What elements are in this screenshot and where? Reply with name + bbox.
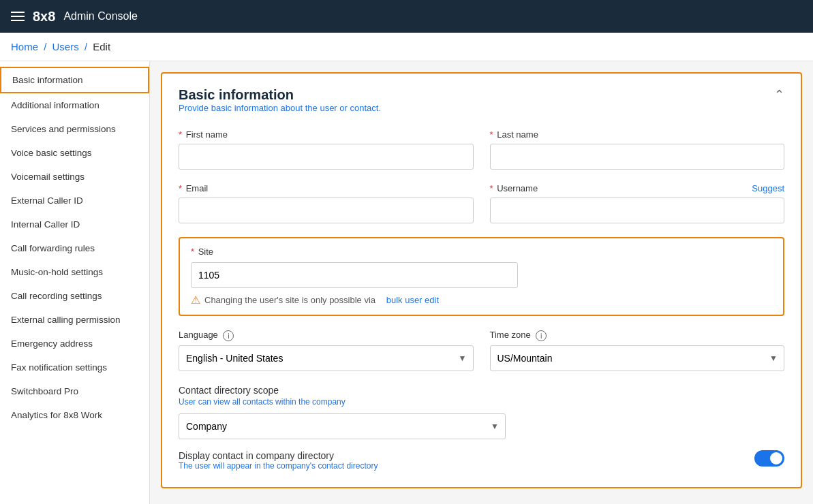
suggest-link[interactable]: Suggest [752,183,784,193]
email-username-row: * Email * Username Suggest [179,183,784,223]
app-logo: 8x8 [33,9,55,25]
timezone-info-icon: i [536,330,547,341]
sidebar-item-music-on-hold-settings[interactable]: Music-on-hold settings [0,260,149,284]
first-name-group: * First name [179,129,474,170]
sidebar-item-fax-notification-settings[interactable]: Fax notification settings [0,356,149,379]
top-nav: 8x8 Admin Console [0,0,813,33]
username-input[interactable] [490,198,785,223]
section-title: Basic information [179,87,381,103]
sidebar-item-emergency-address[interactable]: Emergency address [0,332,149,356]
site-section: * Site ⚠ Changing the user's site is onl… [179,237,784,316]
display-contact-toggle[interactable] [754,450,784,467]
bulk-user-edit-link[interactable]: bulk user edit [386,295,439,305]
sidebar-item-call-forwarding-rules[interactable]: Call forwarding rules [0,236,149,260]
username-label: * Username [490,183,538,193]
first-name-label: * First name [179,129,474,140]
breadcrumb-home[interactable]: Home [11,41,38,52]
display-contact-text: Display contact in company directory The… [179,450,378,471]
name-row: * First name * Last name [179,129,784,170]
site-label: * Site [191,247,772,257]
contact-scope-sub: User can view all contacts within the co… [179,397,784,407]
timezone-label: Time zone i [490,330,785,341]
breadcrumb-users[interactable]: Users [52,41,79,52]
basic-info-card: Basic information Provide basic informat… [161,72,802,488]
display-contact-title: Display contact in company directory [179,450,378,461]
breadcrumb-edit: Edit [93,41,110,52]
collapse-icon[interactable]: ⌃ [774,87,784,102]
main-layout: Basic informationAdditional informationS… [0,61,813,504]
hamburger-menu[interactable] [11,12,25,21]
contact-scope-wrapper: Company ▼ [179,413,506,439]
lang-tz-row: Language i English - United States ▼ Tim… [179,330,784,371]
toggle-thumb [770,452,782,464]
sidebar-item-voicemail-settings[interactable]: Voicemail settings [0,165,149,189]
contact-directory-section: Contact directory scope User can view al… [179,385,784,439]
site-box: * Site ⚠ Changing the user's site is onl… [179,237,784,316]
email-group: * Email [179,183,474,223]
timezone-group: Time zone i US/Mountain ▼ [490,330,785,371]
display-contact-sub: The user will appear in the company's co… [179,461,378,471]
section-subtitle: Provide basic information about the user… [179,103,381,113]
warning-icon: ⚠ [191,294,200,306]
last-name-input[interactable] [490,144,785,170]
app-title: Admin Console [63,10,138,22]
email-input[interactable] [179,198,474,223]
site-warning: ⚠ Changing the user's site is only possi… [191,294,772,306]
section-header: Basic information Provide basic informat… [179,87,784,127]
sidebar-item-external-calling-permission[interactable]: External calling permission [0,308,149,332]
sidebar-item-additional-information[interactable]: Additional information [0,93,149,117]
last-name-group: * Last name [490,129,785,170]
sidebar-item-call-recording-settings[interactable]: Call recording settings [0,284,149,308]
timezone-select-wrapper: US/Mountain ▼ [490,345,785,371]
email-label: * Email [179,183,474,193]
sidebar: Basic informationAdditional informationS… [0,61,150,504]
sidebar-item-switchboard-pro[interactable]: Switchboard Pro [0,379,149,403]
display-contact-row: Display contact in company directory The… [179,450,784,471]
breadcrumb: Home / Users / Edit [0,33,813,61]
sidebar-item-basic-information[interactable]: Basic information [0,67,149,93]
username-group: * Username Suggest [490,183,785,223]
language-info-icon: i [223,330,234,341]
contact-scope-title: Contact directory scope [179,385,784,396]
first-name-input[interactable] [179,144,474,170]
timezone-select[interactable]: US/Mountain [490,345,785,371]
sidebar-item-internal-caller-id[interactable]: Internal Caller ID [0,212,149,236]
contact-scope-select[interactable]: Company [179,413,506,439]
sidebar-item-services-and-permissions[interactable]: Services and permissions [0,117,149,141]
language-group: Language i English - United States ▼ [179,330,474,371]
sidebar-item-analytics-for-8x8-work[interactable]: Analytics for 8x8 Work [0,403,149,427]
sidebar-item-voice-basic-settings[interactable]: Voice basic settings [0,141,149,165]
content-area: Basic information Provide basic informat… [150,61,813,504]
language-select[interactable]: English - United States [179,345,474,371]
last-name-label: * Last name [490,129,785,140]
language-select-wrapper: English - United States ▼ [179,345,474,371]
sidebar-item-external-caller-id[interactable]: External Caller ID [0,189,149,212]
site-input[interactable] [191,262,518,288]
language-label: Language i [179,330,474,341]
